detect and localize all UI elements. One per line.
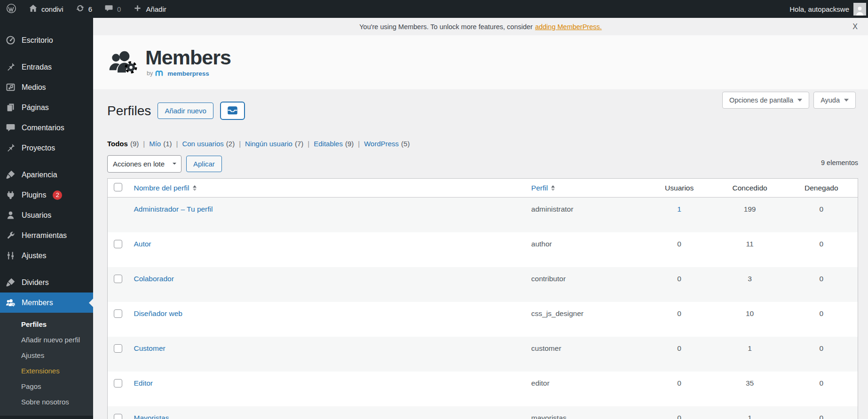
add-new-label: Añadir (146, 5, 166, 13)
avatar (853, 3, 866, 16)
sidebar-item-label: Escritorio (22, 36, 53, 45)
granted-count: 11 (715, 232, 785, 267)
comments-menu[interactable]: 0 (98, 0, 127, 18)
filter-count: (1) (163, 140, 172, 148)
members-group-icon (5, 297, 16, 308)
sort-arrows-icon (551, 183, 555, 193)
sidebar-item-label: Apariencia (22, 171, 57, 179)
sort-by-role[interactable]: Perfil (531, 183, 555, 193)
pushpin-icon (5, 62, 16, 72)
role-name-link[interactable]: Diseñador web (134, 309, 182, 317)
sidebar-item-entradas[interactable]: Entradas (0, 57, 93, 77)
filter-mio[interactable]: Mío(1) (149, 140, 172, 148)
role-slug: author (531, 232, 644, 267)
row-checkbox[interactable] (114, 275, 122, 283)
filter-con-usuarios[interactable]: Con usuarios(2) (182, 140, 235, 148)
members-logo: Members by memberpress (108, 47, 231, 78)
sidebar-item-herramientas[interactable]: Herramientas (0, 225, 93, 245)
bulk-actions-row: Acciones en lote Aplicar 9 elementos (107, 155, 858, 173)
plugin-icon (5, 190, 16, 200)
sidebar-item-members[interactable]: Members (0, 293, 93, 313)
sidebar-item-proyectos[interactable]: Proyectos (0, 138, 93, 158)
sidebar-item-escritorio[interactable]: Escritorio (0, 30, 93, 50)
admin-sidebar: EscritorioEntradasMediosPáginasComentari… (0, 18, 93, 419)
role-name-link[interactable]: Colaborador (134, 275, 174, 283)
filter-editables[interactable]: Editables(9) (314, 140, 354, 148)
users-count: 0 (677, 379, 681, 387)
apply-button[interactable]: Aplicar (186, 156, 222, 172)
granted-count: 10 (715, 302, 785, 337)
brush-icon (5, 169, 16, 180)
sidebar-item-label: Members (22, 299, 53, 307)
admin-bar: condivi 6 0 Añadir Hola, (0, 0, 868, 18)
row-checkbox[interactable] (114, 309, 122, 318)
pages-icon (5, 102, 16, 113)
role-slug: css_js_designer (531, 302, 644, 337)
role-name-link[interactable]: Customer (134, 344, 165, 352)
role-name-link[interactable]: Mayoristas (134, 414, 169, 419)
submenu-item-perfiles[interactable]: Perfiles (0, 316, 93, 332)
help-button[interactable]: Ayuda (813, 92, 856, 109)
filter-separator: | (239, 140, 241, 148)
sidebar-item-dividers[interactable]: Dividers (0, 272, 93, 293)
sidebar-item-usuarios[interactable]: Usuarios (0, 205, 93, 225)
role-filters: Todos(9)|Mío(1)|Con usuarios(2)|Ningún u… (107, 140, 858, 148)
select-all-checkbox[interactable] (114, 183, 122, 191)
denied-count: 0 (785, 267, 858, 302)
filter-todos[interactable]: Todos(9) (107, 140, 139, 148)
bulk-actions-select[interactable]: Acciones en lote (107, 155, 181, 173)
users-count-link[interactable]: 1 (677, 205, 681, 213)
screen-options-button[interactable]: Opciones de pantalla (722, 92, 809, 109)
notice-close-button[interactable]: X (852, 23, 858, 31)
submenu-item-ajustes[interactable]: Ajustes (0, 348, 93, 363)
sort-by-name[interactable]: Nombre del perfil (134, 183, 196, 193)
denied-count: 0 (785, 406, 858, 419)
admin-bar-left: condivi 6 0 Añadir (0, 0, 173, 18)
updates-menu[interactable]: 6 (70, 0, 98, 18)
role-name-link[interactable]: Autor (134, 240, 151, 248)
sidebar-item-medios[interactable]: Medios (0, 77, 93, 97)
name-column-header: Nombre del perfil (134, 184, 189, 192)
filter-wordpress[interactable]: WordPress(5) (364, 140, 410, 148)
filter-ningun-usuario[interactable]: Ningún usuario(7) (245, 140, 303, 148)
row-checkbox[interactable] (114, 379, 122, 387)
row-checkbox[interactable] (114, 344, 122, 353)
account-menu[interactable]: Hola, autopackswe (789, 0, 868, 18)
sidebar-item-comentarios[interactable]: Comentarios (0, 118, 93, 138)
granted-count: 1 (715, 406, 785, 419)
add-new-role-button[interactable]: Añadir nuevo (158, 103, 213, 119)
home-icon (29, 4, 38, 14)
sidebar-item-plugins[interactable]: Plugins2 (0, 185, 93, 205)
wordpress-menu[interactable] (0, 0, 23, 18)
items-count: 9 elementos (821, 159, 858, 166)
wordpress-logo-icon (6, 3, 16, 15)
submenu-item-extensiones[interactable]: Extensiones (0, 363, 93, 379)
submenu-item-anadir-nuevo-perfil[interactable]: Añadir nuevo perfil (0, 332, 93, 348)
sidebar-item-label: Medios (22, 83, 46, 92)
media-icon (5, 82, 16, 93)
memberpress-notice: You're using Members. To unlock more fea… (93, 18, 868, 35)
sidebar-item-label: Herramientas (22, 231, 67, 240)
sidebar-item-apariencia[interactable]: Apariencia (0, 165, 93, 185)
clone-role-button[interactable] (220, 102, 245, 120)
notice-text: You're using Members. To unlock more fea… (359, 23, 533, 31)
role-row-administrator: Administrador – Tu perfiladministrator11… (108, 198, 858, 232)
dashboard-icon (5, 35, 16, 46)
row-checkbox[interactable] (114, 240, 122, 248)
byline: by memberpress (147, 70, 231, 78)
role-name-link[interactable]: Editor (134, 379, 153, 387)
add-new-menu[interactable]: Añadir (127, 0, 172, 18)
row-checkbox[interactable] (114, 414, 122, 419)
role-name-link[interactable]: Administrador – Tu perfil (134, 205, 213, 213)
filter-separator: | (143, 140, 145, 148)
submenu-item-pagos[interactable]: Pagos (0, 379, 93, 394)
memberpress-link[interactable]: adding MemberPress. (535, 23, 602, 31)
filter-count: (5) (401, 140, 410, 148)
submenu-item-sobre-nosotros[interactable]: Sobre nosotros (0, 394, 93, 410)
site-link[interactable]: condivi (23, 0, 70, 18)
bulk-actions-select-wrap: Acciones en lote (107, 155, 181, 173)
sidebar-item-label: Comentarios (22, 124, 64, 132)
settings-icon (5, 250, 16, 261)
sidebar-item-ajustes[interactable]: Ajustes (0, 245, 93, 266)
sidebar-item-paginas[interactable]: Páginas (0, 97, 93, 118)
